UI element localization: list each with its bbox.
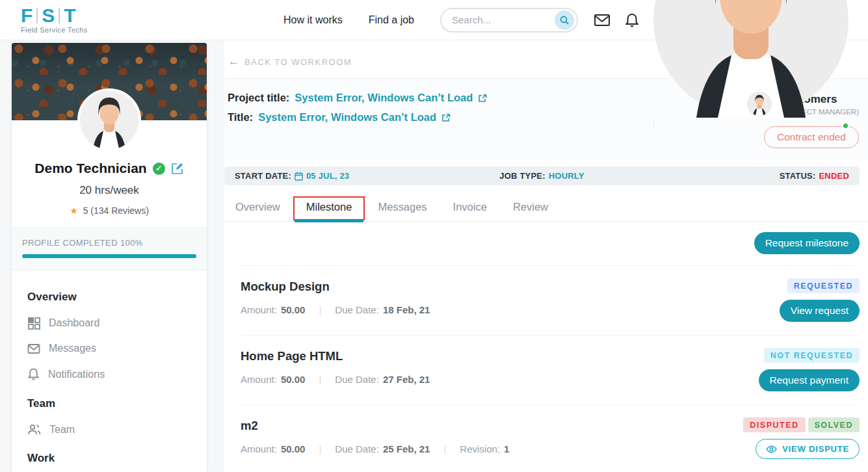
job-type-value: HOURLY	[549, 171, 585, 181]
external-link-icon[interactable]	[441, 113, 451, 122]
tab-overview[interactable]: Overview	[224, 194, 293, 221]
status-value: ENDED	[819, 171, 849, 181]
view-request-button[interactable]: View request	[780, 300, 860, 322]
job-type-label: JOB TYPE:	[499, 171, 545, 181]
contract-info-bar: START DATE: 05 JUL, 23 JOB TYPE: HOURLY …	[224, 166, 860, 185]
tab-messages[interactable]: Messages	[365, 194, 440, 221]
project-title-label: Project title:	[228, 92, 289, 104]
detail-separator: |	[319, 374, 321, 385]
request-milestone-button[interactable]: Request milestone	[754, 232, 860, 254]
milestone-info: m2 Amount: 50.00 | Due Date: 25 Feb, 21 …	[241, 416, 743, 454]
job-type-cell: JOB TYPE: HOURLY	[440, 171, 644, 181]
profile-name-row: Demo Technician ✓	[12, 161, 207, 176]
amount-label: Amount:	[241, 443, 277, 454]
sidebar-item-label: Team	[49, 424, 75, 436]
sidebar-item-notifications[interactable]: Notifications	[27, 367, 191, 381]
request-milestone-row: Request milestone	[241, 232, 860, 266]
revision-label: Revision:	[460, 443, 500, 454]
project-title-link[interactable]: System Error, Windows Can’t Load	[295, 92, 473, 104]
profile-avatar	[77, 88, 141, 152]
external-link-icon[interactable]	[478, 94, 487, 103]
notifications-icon-button[interactable]	[625, 12, 639, 28]
milestone-details: Amount: 50.00 | Due Date: 27 Feb, 21	[241, 374, 759, 385]
due-date-value: 27 Feb, 21	[383, 374, 430, 385]
due-date-label: Due Date:	[335, 374, 379, 385]
profile-completed-label: PROFILE COMPLETED 100%	[22, 238, 196, 248]
nav-heading-work: Work	[27, 452, 191, 465]
workroom-tabs: Overview Milestone Messages Invoice Revi…	[224, 194, 868, 222]
mail-icon	[594, 13, 611, 27]
logo-letters: F S T	[21, 6, 88, 25]
milestone-info: Mockup Design Amount: 50.00 | Due Date: …	[241, 277, 780, 315]
nav-heading-overview: Overview	[27, 291, 191, 304]
solved-badge: SOLVED	[808, 417, 860, 432]
title-label: Title:	[228, 111, 253, 124]
sidebar-item-dashboard[interactable]: Dashboard	[27, 317, 191, 330]
profile-progress-bar	[22, 254, 196, 258]
search-bar[interactable]	[440, 8, 578, 33]
project-titles: Project title: System Error, Windows Can…	[228, 92, 487, 124]
status-badge: REQUESTED	[787, 278, 860, 293]
profile-sidebar: Demo Technician ✓ 20 hrs/week ★ 5 (134 R…	[12, 43, 207, 472]
due-date-value: 18 Feb, 21	[383, 304, 430, 315]
sidebar-item-label: Messages	[49, 343, 96, 354]
hours-per-week: 20 hrs/week	[12, 184, 207, 197]
tab-milestone[interactable]: Milestone	[293, 194, 365, 221]
person-avatar-icon	[748, 92, 771, 116]
milestone-actions: DISPUTED SOLVED VIEW DISPUTE	[743, 416, 860, 459]
tab-milestone-label: Milestone	[306, 201, 352, 213]
amount-label: Amount:	[241, 304, 277, 315]
milestone-title: m2	[241, 419, 743, 433]
rating-row: ★ 5 (134 Reviews)	[12, 205, 207, 228]
request-payment-button[interactable]: Request payment	[759, 369, 860, 391]
amount-value: 50.00	[281, 304, 306, 315]
tab-review[interactable]: Review	[500, 194, 561, 221]
nav-find-a-job[interactable]: Find a job	[369, 14, 414, 26]
back-link-label: BACK TO WORKROOM	[244, 57, 352, 67]
nav-how-it-works[interactable]: How it works	[283, 14, 343, 26]
detail-separator: |	[443, 443, 446, 454]
logo-letter-f: F	[21, 6, 33, 25]
online-status-dot	[842, 122, 849, 129]
disputed-badge: DISPUTED	[743, 417, 805, 432]
milestone-actions: REQUESTED View request	[780, 277, 860, 322]
project-title-row: Project title: System Error, Windows Can…	[228, 92, 487, 104]
milestone-title: Mockup Design	[241, 280, 780, 294]
detail-separator: |	[319, 304, 321, 315]
contract-ended-button[interactable]: Contract ended	[764, 126, 859, 148]
milestone-row: m2 Amount: 50.00 | Due Date: 25 Feb, 21 …	[241, 405, 860, 472]
back-arrow-icon: ←	[228, 55, 239, 68]
tab-invoice[interactable]: Invoice	[440, 194, 500, 221]
person-avatar-icon	[80, 91, 138, 150]
messages-icon-button[interactable]	[594, 13, 611, 27]
view-dispute-button[interactable]: VIEW DISPUTE	[756, 439, 860, 459]
logo-letter-s: S	[42, 6, 55, 25]
logo-tagline: Field Service Techs	[21, 26, 88, 34]
edit-profile-icon[interactable]	[171, 162, 184, 175]
brand-logo[interactable]: F S T Field Service Techs	[21, 6, 88, 34]
revision-value: 1	[504, 443, 509, 454]
logo-divider	[59, 8, 60, 23]
milestone-row: Home Page HTML Amount: 50.00 | Due Date:…	[241, 335, 860, 405]
amount-label: Amount:	[241, 374, 277, 385]
search-button[interactable]	[555, 10, 574, 30]
sidebar-item-label: Dashboard	[49, 317, 99, 329]
title-row: Title: System Error, Windows Can’t Load	[228, 111, 487, 124]
start-date-value: 05 JUL, 23	[306, 171, 349, 181]
search-input[interactable]	[452, 14, 555, 25]
active-tab-underline	[295, 220, 364, 222]
status-badge: NOT REQUESTED	[764, 348, 860, 363]
customer-avatar	[747, 92, 772, 116]
status-label: STATUS:	[780, 171, 816, 181]
bell-icon	[27, 367, 40, 381]
milestone-details: Amount: 50.00 | Due Date: 25 Feb, 21 | R…	[241, 443, 743, 454]
sidebar-item-messages[interactable]: Messages	[27, 343, 191, 354]
sidebar-item-team[interactable]: Team	[27, 423, 191, 436]
detail-separator: |	[319, 443, 321, 454]
view-dispute-label: VIEW DISPUTE	[782, 444, 849, 454]
sidebar-item-label: Notifications	[48, 369, 105, 380]
profile-name: Demo Technician	[34, 161, 146, 176]
milestone-info: Home Page HTML Amount: 50.00 | Due Date:…	[241, 347, 759, 385]
title-link[interactable]: System Error, Windows Can’t Load	[258, 111, 436, 124]
milestone-content: Request milestone Mockup Design Amount: …	[224, 222, 868, 472]
